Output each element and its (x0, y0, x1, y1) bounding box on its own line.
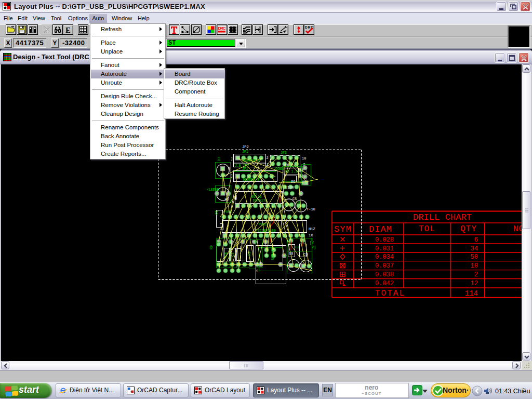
svg-text:NOT: NOT (513, 224, 522, 234)
svg-text:DRC: DRC (218, 26, 225, 31)
svg-text:C9: C9 (215, 210, 219, 215)
svg-text:114: 114 (465, 289, 478, 298)
svg-text:R8: R8 (210, 245, 214, 249)
svg-text:C3: C3 (295, 246, 299, 249)
svg-text:0.034: 0.034 (375, 254, 394, 261)
svg-text:0.038: 0.038 (375, 271, 394, 278)
svg-text:1X: 1X (309, 233, 313, 237)
svg-text:0.031: 0.031 (375, 245, 394, 252)
svg-text:]: ] (231, 156, 233, 161)
svg-text:L5: L5 (296, 201, 300, 205)
svg-text:DIAM: DIAM (369, 224, 392, 234)
svg-text:12: 12 (471, 280, 478, 287)
svg-text:U120: U120 (285, 185, 294, 190)
svg-text:2: 2 (267, 156, 269, 160)
svg-text:D3: D3 (218, 157, 221, 161)
svg-text:E: E (65, 26, 71, 34)
svg-text:TOL: TOL (419, 224, 435, 234)
svg-text:6: 6 (474, 236, 478, 244)
svg-text:DRILL CHART: DRILL CHART (413, 212, 473, 222)
svg-text:C: C (311, 238, 313, 242)
svg-text:S: S (256, 269, 258, 273)
svg-text:0: 0 (228, 167, 230, 171)
svg-text:JP1: JP1 (242, 167, 248, 171)
svg-text:TOTAL: TOTAL (375, 289, 405, 298)
svg-text:2: 2 (474, 271, 478, 278)
svg-text:10: 10 (471, 262, 478, 270)
svg-text:34: 34 (471, 245, 478, 252)
svg-text:JP1: JP1 (242, 150, 248, 154)
svg-text:0.028: 0.028 (375, 236, 394, 244)
svg-text:JP3: JP3 (281, 151, 287, 155)
svg-text:C5: C5 (292, 197, 297, 201)
svg-text:QTY: QTY (460, 224, 477, 234)
svg-text:<LED5B: <LED5B (207, 188, 219, 192)
svg-text:0.042: 0.042 (375, 280, 394, 287)
svg-text:99: 99 (291, 180, 295, 184)
svg-text:JP2: JP2 (242, 145, 249, 149)
svg-text:10: 10 (302, 156, 306, 161)
svg-text:SYM: SYM (334, 224, 352, 234)
svg-text:T-10: T-10 (307, 207, 315, 211)
svg-text:50: 50 (471, 254, 478, 261)
svg-text:]: ] (231, 174, 233, 178)
svg-text:0.037: 0.037 (375, 262, 394, 270)
svg-text:V]: V] (312, 246, 316, 249)
svg-text:H1Z: H1Z (309, 227, 315, 231)
